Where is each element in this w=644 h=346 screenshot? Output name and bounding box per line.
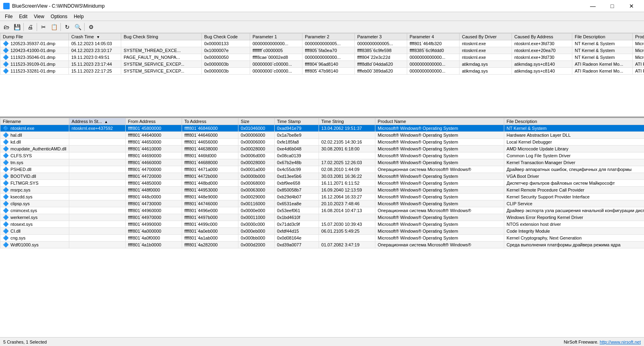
menu-edit[interactable]: Edit [16, 13, 31, 20]
toolbar-search[interactable]: 🔍 [73, 22, 83, 32]
module-cell-2: ffff801`4a0f0000 [125, 235, 182, 242]
module-cell-4: 0x00006000 [238, 132, 274, 139]
module-cell-4: 0x0000b000 [238, 173, 274, 180]
module-cell-3: ffff801`44746000 [182, 200, 238, 207]
module-cell-0: 🔷Wdf01000.sys [0, 242, 69, 248]
module-table-row[interactable]: 🔷clipsp.sysffff801`44730000ffff801`44746… [0, 200, 644, 207]
module-table-row[interactable]: 🔷BOOTVID.dllffff801`44720000ffff801`4472… [0, 173, 644, 180]
toolbar-refresh[interactable]: ↻ [62, 22, 72, 32]
crash-cell-0: 🔷120523-35937-01.dmp [0, 40, 69, 47]
col-from-address[interactable]: From Address [125, 118, 182, 125]
crash-cell-6: ffffeb00`389da620 [355, 68, 407, 75]
crash-table-row[interactable]: 🔷120523-35937-01.dmp05.12.2023 14:05:030… [0, 40, 644, 47]
col-file-description[interactable]: File Description [504, 118, 644, 125]
crash-file-icon: 🔷 [3, 61, 9, 67]
module-table-row[interactable]: 🔷Wdf01000.sysffff801`4a1b0000ffff801`4a2… [0, 242, 644, 248]
module-cell-4: 0x000d2000 [238, 242, 274, 248]
toolbar-print[interactable]: 🖨 [25, 22, 35, 32]
module-table-row[interactable]: 🔷mcupdate_AuthenticAMD.dllffff801`446100… [0, 146, 644, 152]
module-cell-5: 0x6531ea8e [274, 200, 319, 207]
crash-table-row[interactable]: 🔷111923-35046-01.dmp19.11.2023 0:49:51PA… [0, 54, 644, 61]
lower-table-container[interactable]: Filename Address In St... ▲ From Address… [0, 118, 644, 337]
crash-cell-3: 0x1000007e [202, 47, 250, 54]
module-cell-1 [69, 200, 125, 207]
menu-view[interactable]: View [31, 13, 48, 20]
col-parameter4[interactable]: Parameter 4 [407, 33, 460, 40]
module-table-row[interactable]: 🔷werkernel.sysffff801`44970000ffff801`44… [0, 214, 644, 221]
col-parameter3[interactable]: Parameter 3 [355, 33, 407, 40]
col-crash-time[interactable]: Crash Time ▼ [69, 33, 121, 40]
module-cell-5: 0xad941e79 [274, 125, 319, 132]
col-caused-address[interactable]: Caused By Address [512, 33, 572, 40]
status-link[interactable]: http://www.nirsoft.net [600, 340, 641, 344]
module-cell-4: 0x00063000 [238, 187, 274, 194]
col-product[interactable]: Product Name [633, 33, 644, 40]
col-time-string[interactable]: Time String [319, 118, 375, 125]
module-table-row[interactable]: 🔷ntoskrnl.exentoskrnl.exe+437592ffff801`… [0, 125, 644, 132]
module-cell-8: Диспетчер фильтров файловых систем Майкр… [504, 180, 644, 187]
col-to-address[interactable]: To Address [182, 118, 238, 125]
crash-table-row[interactable]: 🔷120423-41000-01.dmp04.12.2023 23:10:17S… [0, 47, 644, 54]
module-table-row[interactable]: 🔷tm.sysffff801`44660000ffff801`446880000… [0, 159, 644, 166]
col-parameter1[interactable]: Parameter 1 [250, 33, 302, 40]
col-address-in[interactable]: Address In St... ▲ [69, 118, 125, 125]
col-size[interactable]: Size [238, 118, 274, 125]
module-file-icon: 🔷 [3, 180, 9, 186]
module-table-row[interactable]: 🔷kd.dllffff801`44650000ffff801`446560000… [0, 139, 644, 146]
module-cell-3: ffff801`44688000 [182, 159, 238, 166]
module-table-row[interactable]: 🔷cng.sysffff801`4a0f0000ffff801`4a1ab000… [0, 235, 644, 242]
col-caused-driver[interactable]: Caused By Driver [460, 33, 512, 40]
module-table-row[interactable]: 🔷cmimcext.sysffff801`44960000ffff801`449… [0, 207, 644, 214]
module-table-row[interactable]: 🔷msrpc.sysffff801`448f0000ffff801`449530… [0, 187, 644, 194]
status-text: 5 Crashes, 1 Selected [3, 340, 47, 344]
crash-table-row[interactable]: 🔷111523-33281-01.dmp15.11.2023 22:17:25S… [0, 68, 644, 75]
module-cell-2: ffff801`448f0000 [125, 187, 182, 194]
module-table-row[interactable]: 🔷hal.dllffff801`44640000ffff801`44646000… [0, 132, 644, 139]
crash-cell-5: 0000000000000... [302, 54, 355, 61]
col-bug-check-string[interactable]: Bug Check String [121, 33, 202, 40]
col-filename[interactable]: Filename [0, 118, 69, 125]
module-cell-7: Microsoft® Windows® Operating System [375, 214, 504, 221]
col-file-desc[interactable]: File Description [572, 33, 633, 40]
minimize-button[interactable]: — [584, 0, 602, 12]
toolbar-save[interactable]: 💾 [12, 22, 22, 32]
module-cell-4: 0x00116000 [238, 200, 274, 207]
col-timestamp[interactable]: Time Stamp [274, 118, 319, 125]
module-table-row[interactable]: 🔷CI.dllffff801`4a000000ffff801`4a0eb0000… [0, 228, 644, 235]
menu-options[interactable]: Options [48, 13, 70, 20]
toolbar-cut[interactable]: ✂ [39, 22, 48, 32]
module-cell-5: 0xb29d4b07 [274, 194, 319, 200]
module-table-row[interactable]: 🔷ksecdd.sysffff801`448c0000ffff801`448e9… [0, 194, 644, 200]
crash-cell-4: 00000000`c00000... [250, 68, 302, 75]
crash-table-row[interactable]: 🔷111523-39109-01.dmp15.11.2023 23:17:44S… [0, 61, 644, 68]
module-file-icon: 🔷 [3, 235, 9, 241]
module-cell-3: ffff801`4a0eb000 [182, 228, 238, 235]
module-cell-7: Microsoft® Windows® Operating System [375, 139, 504, 146]
module-table-row[interactable]: 🔷FLTMGR.SYSffff801`44850000ffff801`448bd… [0, 180, 644, 187]
menu-help[interactable]: Help [70, 13, 87, 20]
upper-table-container[interactable]: Dump File Crash Time ▼ Bug Check String … [0, 33, 644, 117]
module-cell-1 [69, 194, 125, 200]
module-cell-7: Операционная система Microsoft® Windows® [375, 207, 504, 214]
toolbar-copy[interactable]: 📋 [49, 22, 59, 32]
toolbar-settings[interactable]: ⚙ [86, 22, 96, 32]
col-bug-check-code[interactable]: Bug Check Code [202, 33, 250, 40]
col-parameter2[interactable]: Parameter 2 [302, 33, 355, 40]
module-table-row[interactable]: 🔷PSHED.dllffff801`44700000ffff801`4471a0… [0, 166, 644, 173]
toolbar-new[interactable]: 🗁 [2, 22, 11, 32]
crash-cell-7: ffff801`464fb320 [407, 40, 460, 47]
module-table-row[interactable]: 🔷ntosext.sysffff801`44990000ffff801`4499… [0, 221, 644, 228]
close-button[interactable]: ✕ [622, 0, 641, 12]
col-dump-file[interactable]: Dump File [0, 33, 69, 40]
crash-cell-6: ffff8385`6c9fe598 [355, 47, 407, 54]
module-file-icon: 🔷 [3, 167, 9, 172]
module-file-icon: 🔷 [3, 228, 9, 234]
module-cell-0: 🔷ntoskrnl.exe [0, 125, 69, 132]
menu-file[interactable]: File [2, 13, 16, 20]
module-table-row[interactable]: 🔷CLFS.SYSffff801`44690000ffff801`446fd00… [0, 152, 644, 159]
maximize-button[interactable]: □ [603, 0, 621, 12]
module-file-icon: 🔷 [3, 173, 9, 179]
module-cell-8: Kernel Cryptography, Next Generation [504, 235, 644, 242]
col-product-name[interactable]: Product Name [375, 118, 504, 125]
module-cell-1 [69, 187, 125, 194]
